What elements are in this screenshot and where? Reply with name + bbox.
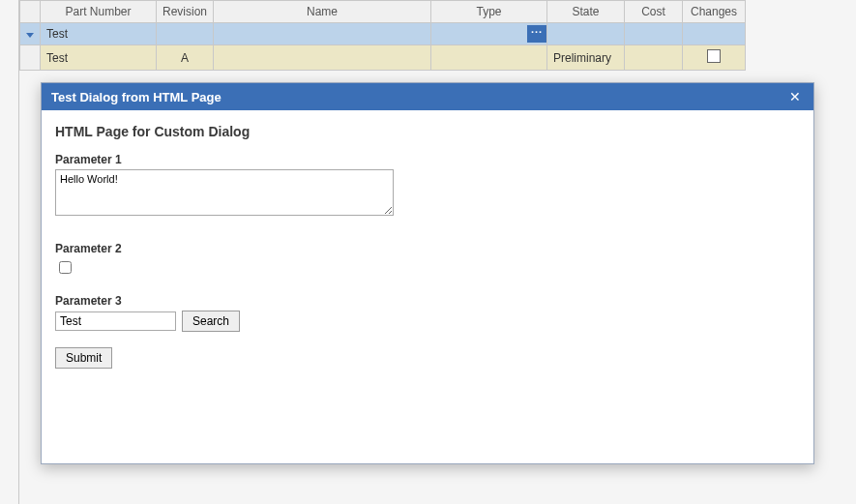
cell-part-number[interactable]: Test: [41, 23, 157, 45]
cell-cost[interactable]: [625, 23, 683, 45]
param1-label: Parameter 1: [55, 153, 800, 166]
header-part-number[interactable]: Part Number: [41, 1, 157, 23]
cell-type[interactable]: ···: [431, 23, 547, 45]
grid-header-row: Part Number Revision Name Type State Cos…: [20, 1, 746, 23]
cell-changes[interactable]: [683, 45, 746, 71]
cell-state[interactable]: [547, 23, 625, 45]
cell-state[interactable]: Preliminary: [547, 45, 625, 71]
cell-revision[interactable]: [157, 23, 214, 45]
dialog-heading: HTML Page for Custom Dialog: [55, 124, 800, 139]
param3-label: Parameter 3: [55, 294, 800, 308]
type-picker-icon[interactable]: ···: [527, 25, 546, 43]
item-grid: Part Number Revision Name Type State Cos…: [19, 0, 746, 71]
cell-cost[interactable]: [625, 45, 683, 71]
dialog-header[interactable]: Test Dialog from HTML Page ✕: [42, 83, 813, 110]
header-expander: [20, 1, 41, 23]
cell-type[interactable]: [431, 45, 547, 71]
param3-input[interactable]: [55, 311, 176, 331]
cell-changes[interactable]: [683, 23, 746, 45]
caret-down-icon: [26, 33, 34, 38]
header-cost[interactable]: Cost: [625, 1, 683, 23]
header-name[interactable]: Name: [214, 1, 431, 23]
cell-name[interactable]: [214, 45, 431, 71]
cell-revision[interactable]: A: [157, 45, 214, 71]
row-expander[interactable]: [20, 23, 41, 45]
header-state[interactable]: State: [547, 1, 625, 23]
cell-name[interactable]: [214, 23, 431, 45]
header-type[interactable]: Type: [431, 1, 547, 23]
param2-label: Parameter 2: [55, 242, 800, 255]
dialog-body: HTML Page for Custom Dialog Parameter 1 …: [42, 110, 813, 463]
close-icon[interactable]: ✕: [786, 89, 804, 104]
header-changes[interactable]: Changes: [683, 1, 746, 23]
table-row[interactable]: Test A Preliminary: [20, 45, 746, 71]
dialog-title: Test Dialog from HTML Page: [51, 90, 786, 104]
search-button[interactable]: Search: [182, 311, 240, 332]
cell-part-number[interactable]: Test: [41, 45, 157, 71]
custom-dialog: Test Dialog from HTML Page ✕ HTML Page f…: [41, 82, 814, 464]
param2-checkbox[interactable]: [59, 261, 72, 274]
param1-textarea[interactable]: [55, 169, 394, 216]
table-row[interactable]: Test ···: [20, 23, 746, 45]
header-revision[interactable]: Revision: [157, 1, 214, 23]
left-rule: [18, 0, 19, 504]
submit-button[interactable]: Submit: [55, 347, 112, 369]
changes-checkbox[interactable]: [707, 49, 721, 63]
row-expander[interactable]: [20, 45, 41, 71]
